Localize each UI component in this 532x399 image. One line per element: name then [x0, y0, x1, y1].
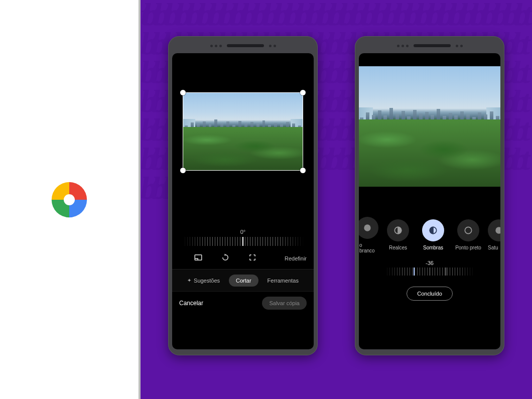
crop-handle-br[interactable] — [300, 168, 306, 173]
reset-button[interactable]: Redefinir — [285, 255, 307, 261]
adjust-blackpoint[interactable]: Ponto preto — [453, 219, 484, 250]
tab-tools[interactable]: Ferramentas — [268, 278, 299, 284]
crop-canvas[interactable] — [172, 53, 314, 190]
adjust-saturation[interactable]: Satu — [488, 219, 500, 250]
adjust-slider[interactable] — [384, 268, 475, 276]
crop-frame[interactable] — [183, 92, 303, 171]
phone-mockup-crop: 0° — [168, 36, 318, 355]
adjust-carousel[interactable]: o branco Realces Sombras Ponto pret — [359, 211, 500, 259]
adjust-shadows[interactable]: Sombras — [418, 219, 449, 250]
svg-point-0 — [64, 194, 75, 205]
phone-topbar — [359, 41, 500, 50]
crop-handle-tr[interactable] — [300, 90, 306, 95]
sparkle-icon: ✦ — [187, 278, 191, 283]
adjust-whitepoint[interactable]: o branco — [359, 217, 378, 253]
svg-point-7 — [495, 227, 500, 233]
svg-marker-2 — [224, 254, 226, 256]
crop-handle-tl[interactable] — [180, 90, 186, 95]
rotation-ruler[interactable] — [182, 237, 304, 246]
rotate-icon[interactable] — [221, 253, 230, 264]
adjust-highlights[interactable]: Realces — [382, 219, 414, 250]
svg-point-3 — [364, 224, 370, 231]
phone-screen-adjust: o branco Realces Sombras Ponto pret — [359, 53, 500, 349]
transform-icon[interactable] — [248, 253, 257, 264]
aspect-ratio-icon[interactable] — [194, 253, 203, 264]
crop-handle-bl[interactable] — [180, 168, 186, 173]
tab-crop[interactable]: Cortar — [229, 275, 258, 287]
done-button[interactable]: Concluído — [407, 287, 453, 301]
tab-suggestions[interactable]: ✦ Sugestões — [187, 278, 220, 284]
adjust-value: -36 — [359, 260, 500, 266]
phone-topbar — [172, 41, 314, 50]
phone-mockup-adjust: o branco Realces Sombras Ponto pret — [355, 36, 504, 355]
phone-screen-crop: 0° — [172, 53, 314, 349]
photo-preview — [183, 93, 303, 170]
cancel-button[interactable]: Cancelar — [179, 300, 203, 307]
save-copy-button[interactable]: Salvar cópia — [262, 297, 307, 310]
rotation-value: 0° — [172, 229, 314, 235]
right-panel: tbtbtbtbtbtbtbtbtbtbtbtbtbtbtbtbtbtbtbtb… — [141, 0, 532, 399]
left-panel — [0, 0, 139, 399]
photo-preview — [359, 66, 500, 187]
google-photos-logo-icon — [42, 172, 97, 227]
svg-point-6 — [465, 227, 471, 233]
